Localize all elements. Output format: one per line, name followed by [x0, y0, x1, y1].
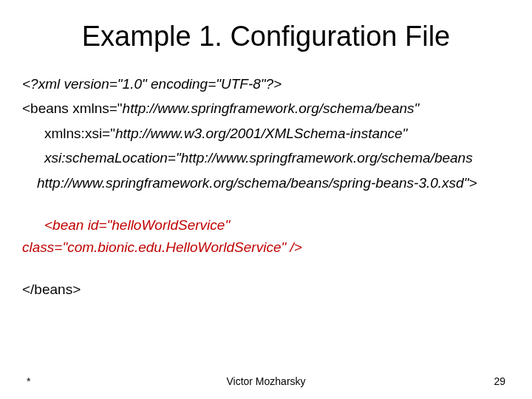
xml-declaration: <?xml version="1.0" encoding="UTF-8"?> — [22, 73, 510, 95]
footer-left: * — [27, 375, 30, 387]
schema-location-line: xsi:schemaLocation="http://www.springfra… — [22, 147, 510, 168]
slide: Example 1. Configuration File <?xml vers… — [0, 0, 532, 399]
beans-close-line: </beans> — [22, 279, 510, 300]
slide-footer: * Victor Mozharsky 29 — [0, 375, 532, 387]
slide-title: Example 1. Configuration File — [22, 21, 510, 52]
slide-content: <?xml version="1.0" encoding="UTF-8"?> <… — [22, 73, 510, 301]
schema-xsd-line: http://www.springframework.org/schema/be… — [22, 172, 510, 194]
xmlns-xsi-line: xmlns:xsi="http://www.w3.org/2001/XMLSch… — [22, 123, 510, 144]
bean-definition: <bean id="helloWorldService" class="com.… — [22, 214, 510, 258]
footer-author: Victor Mozharsky — [226, 375, 305, 387]
beans-open-line: <beans xmlns="http://www.springframework… — [22, 98, 510, 119]
footer-page-number: 29 — [494, 375, 505, 387]
